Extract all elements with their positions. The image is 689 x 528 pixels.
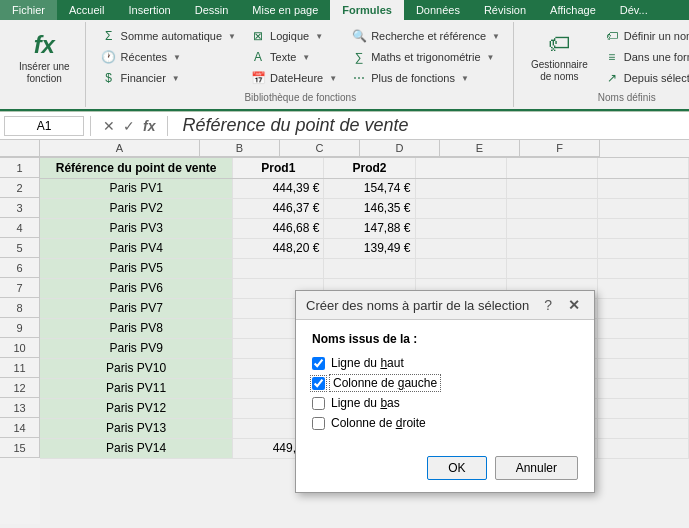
row-header-4[interactable]: 4 bbox=[0, 218, 40, 238]
cell-f10[interactable] bbox=[597, 338, 688, 358]
checkbox-ligne-haut[interactable] bbox=[312, 357, 325, 370]
cell-a11[interactable]: Paris PV10 bbox=[40, 358, 233, 378]
cell-f3[interactable] bbox=[597, 198, 688, 218]
col-header-e[interactable]: E bbox=[440, 140, 520, 157]
cell-a6[interactable]: Paris PV5 bbox=[40, 258, 233, 278]
tab-revision[interactable]: Révision bbox=[472, 0, 538, 20]
row-header-6[interactable]: 6 bbox=[0, 258, 40, 278]
cell-b1[interactable]: Prod1 bbox=[233, 158, 324, 178]
cell-d3[interactable] bbox=[415, 198, 506, 218]
cell-a14[interactable]: Paris PV13 bbox=[40, 418, 233, 438]
cancel-formula-icon[interactable]: ✕ bbox=[101, 118, 117, 134]
row-header-1[interactable]: 1 bbox=[0, 158, 40, 178]
cell-c3[interactable]: 146,35 € bbox=[324, 198, 415, 218]
row-header-8[interactable]: 8 bbox=[0, 298, 40, 318]
cell-d2[interactable] bbox=[415, 178, 506, 198]
dialog-close-button[interactable]: ✕ bbox=[564, 297, 584, 313]
col-header-d[interactable]: D bbox=[360, 140, 440, 157]
financial-button[interactable]: $ Financier ▼ bbox=[96, 68, 241, 88]
insert-function-bar-icon[interactable]: fx bbox=[141, 118, 157, 134]
cell-c2[interactable]: 154,74 € bbox=[324, 178, 415, 198]
name-manager-button[interactable]: 🏷 Gestionnairede noms bbox=[524, 26, 595, 88]
lookup-button[interactable]: 🔍 Recherche et référence ▼ bbox=[346, 26, 505, 46]
row-header-3[interactable]: 3 bbox=[0, 198, 40, 218]
cell-d1[interactable] bbox=[415, 158, 506, 178]
tab-donnees[interactable]: Données bbox=[404, 0, 472, 20]
col-header-a[interactable]: A bbox=[40, 140, 200, 157]
cell-c6[interactable] bbox=[324, 258, 415, 278]
logic-button[interactable]: ⊠ Logique ▼ bbox=[245, 26, 342, 46]
row-header-10[interactable]: 10 bbox=[0, 338, 40, 358]
cell-a13[interactable]: Paris PV12 bbox=[40, 398, 233, 418]
row-header-7[interactable]: 7 bbox=[0, 278, 40, 298]
cell-f8[interactable] bbox=[597, 298, 688, 318]
row-header-9[interactable]: 9 bbox=[0, 318, 40, 338]
tab-dessin[interactable]: Dessin bbox=[183, 0, 241, 20]
col-header-b[interactable]: B bbox=[200, 140, 280, 157]
cell-c5[interactable]: 139,49 € bbox=[324, 238, 415, 258]
cell-f11[interactable] bbox=[597, 358, 688, 378]
formula-input[interactable] bbox=[174, 115, 685, 136]
row-header-14[interactable]: 14 bbox=[0, 418, 40, 438]
cell-f13[interactable] bbox=[597, 398, 688, 418]
autosum-button[interactable]: Σ Somme automatique ▼ bbox=[96, 26, 241, 46]
cell-e4[interactable] bbox=[506, 218, 597, 238]
cell-b3[interactable]: 446,37 € bbox=[233, 198, 324, 218]
cell-a2[interactable]: Paris PV1 bbox=[40, 178, 233, 198]
cell-a7[interactable]: Paris PV6 bbox=[40, 278, 233, 298]
row-header-15[interactable]: 15 bbox=[0, 438, 40, 458]
cell-d5[interactable] bbox=[415, 238, 506, 258]
tab-miseenpage[interactable]: Mise en page bbox=[240, 0, 330, 20]
col-header-f[interactable]: F bbox=[520, 140, 600, 157]
cell-e3[interactable] bbox=[506, 198, 597, 218]
tab-dev[interactable]: Dév... bbox=[608, 0, 660, 20]
checkbox-col-droite[interactable] bbox=[312, 417, 325, 430]
cell-b4[interactable]: 446,68 € bbox=[233, 218, 324, 238]
tab-accueil[interactable]: Accueil bbox=[57, 0, 116, 20]
cell-b2[interactable]: 444,39 € bbox=[233, 178, 324, 198]
tab-insertion[interactable]: Insertion bbox=[116, 0, 182, 20]
row-header-5[interactable]: 5 bbox=[0, 238, 40, 258]
cell-b5[interactable]: 448,20 € bbox=[233, 238, 324, 258]
cell-f15[interactable] bbox=[597, 438, 688, 458]
cell-b6[interactable] bbox=[233, 258, 324, 278]
cell-f2[interactable] bbox=[597, 178, 688, 198]
cell-e1[interactable] bbox=[506, 158, 597, 178]
more-functions-button[interactable]: ⋯ Plus de fonctions ▼ bbox=[346, 68, 505, 88]
cell-a15[interactable]: Paris PV14 bbox=[40, 438, 233, 458]
tab-formules[interactable]: Formules bbox=[330, 0, 404, 20]
cell-e5[interactable] bbox=[506, 238, 597, 258]
cell-a10[interactable]: Paris PV9 bbox=[40, 338, 233, 358]
cell-f7[interactable] bbox=[597, 278, 688, 298]
row-header-2[interactable]: 2 bbox=[0, 178, 40, 198]
use-in-formula-button[interactable]: ≡ Dans une formule ▼ bbox=[599, 47, 689, 67]
cell-f4[interactable] bbox=[597, 218, 688, 238]
cell-c1[interactable]: Prod2 bbox=[324, 158, 415, 178]
cell-e2[interactable] bbox=[506, 178, 597, 198]
cell-a12[interactable]: Paris PV11 bbox=[40, 378, 233, 398]
checkbox-ligne-bas[interactable] bbox=[312, 397, 325, 410]
define-name-button[interactable]: 🏷 Définir un nom ▼ bbox=[599, 26, 689, 46]
cell-d6[interactable] bbox=[415, 258, 506, 278]
cell-c4[interactable]: 147,88 € bbox=[324, 218, 415, 238]
insert-function-button[interactable]: fx Insérer unefonction bbox=[12, 26, 77, 90]
text-button[interactable]: A Texte ▼ bbox=[245, 47, 342, 67]
cell-f14[interactable] bbox=[597, 418, 688, 438]
cell-a4[interactable]: Paris PV3 bbox=[40, 218, 233, 238]
cell-f9[interactable] bbox=[597, 318, 688, 338]
row-header-13[interactable]: 13 bbox=[0, 398, 40, 418]
cell-f12[interactable] bbox=[597, 378, 688, 398]
tab-fichier[interactable]: Fichier bbox=[0, 0, 57, 20]
cell-a5[interactable]: Paris PV4 bbox=[40, 238, 233, 258]
cell-a8[interactable]: Paris PV7 bbox=[40, 298, 233, 318]
cell-a3[interactable]: Paris PV2 bbox=[40, 198, 233, 218]
cell-e6[interactable] bbox=[506, 258, 597, 278]
cell-d4[interactable] bbox=[415, 218, 506, 238]
cell-f6[interactable] bbox=[597, 258, 688, 278]
tab-affichage[interactable]: Affichage bbox=[538, 0, 608, 20]
checkbox-col-gauche[interactable] bbox=[312, 377, 325, 390]
recent-button[interactable]: 🕐 Récentes ▼ bbox=[96, 47, 241, 67]
cell-f5[interactable] bbox=[597, 238, 688, 258]
from-selection-button[interactable]: ↗ Depuis sélection bbox=[599, 68, 689, 88]
datetime-button[interactable]: 📅 DateHeure ▼ bbox=[245, 68, 342, 88]
